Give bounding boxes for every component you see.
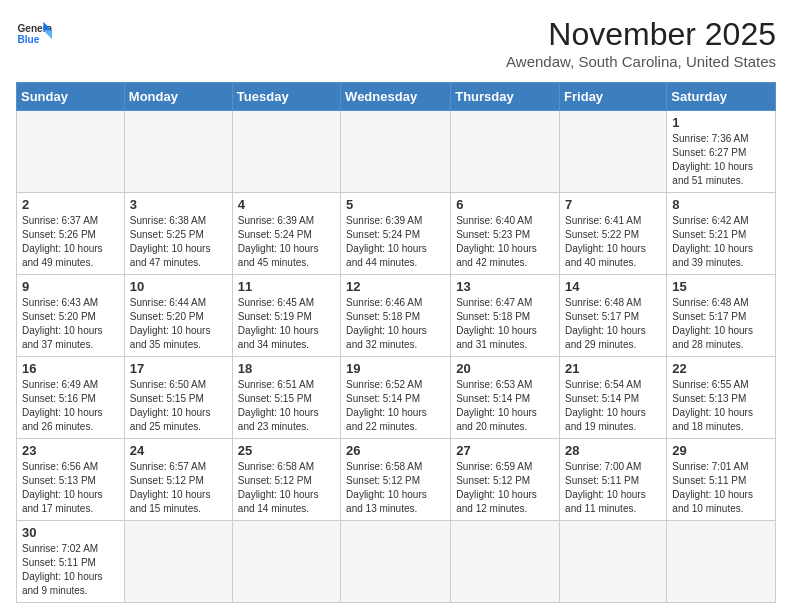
calendar-row-5: 30 Sunrise: 7:02 AMSunset: 5:11 PMDaylig… [17, 521, 776, 603]
day-info: Sunrise: 6:38 AMSunset: 5:25 PMDaylight:… [130, 214, 227, 270]
weekday-header-sunday: Sunday [17, 83, 125, 111]
day-info: Sunrise: 6:46 AMSunset: 5:18 PMDaylight:… [346, 296, 445, 352]
calendar-row-4: 23 Sunrise: 6:56 AMSunset: 5:13 PMDaylig… [17, 439, 776, 521]
calendar-cell: 21 Sunrise: 6:54 AMSunset: 5:14 PMDaylig… [560, 357, 667, 439]
day-info: Sunrise: 6:51 AMSunset: 5:15 PMDaylight:… [238, 378, 335, 434]
calendar-cell: 3 Sunrise: 6:38 AMSunset: 5:25 PMDayligh… [124, 193, 232, 275]
day-info: Sunrise: 6:50 AMSunset: 5:15 PMDaylight:… [130, 378, 227, 434]
day-number: 25 [238, 443, 335, 458]
day-number: 4 [238, 197, 335, 212]
page-header: General Blue November 2025 Awendaw, Sout… [16, 16, 776, 70]
calendar-cell: 4 Sunrise: 6:39 AMSunset: 5:24 PMDayligh… [232, 193, 340, 275]
calendar-cell [124, 521, 232, 603]
calendar-cell [17, 111, 125, 193]
day-number: 17 [130, 361, 227, 376]
calendar-cell: 1 Sunrise: 7:36 AMSunset: 6:27 PMDayligh… [667, 111, 776, 193]
calendar-cell: 22 Sunrise: 6:55 AMSunset: 5:13 PMDaylig… [667, 357, 776, 439]
day-number: 5 [346, 197, 445, 212]
calendar-cell: 18 Sunrise: 6:51 AMSunset: 5:15 PMDaylig… [232, 357, 340, 439]
calendar-cell [341, 521, 451, 603]
day-number: 3 [130, 197, 227, 212]
calendar-cell: 25 Sunrise: 6:58 AMSunset: 5:12 PMDaylig… [232, 439, 340, 521]
title-area: November 2025 Awendaw, South Carolina, U… [506, 16, 776, 70]
calendar-cell [451, 111, 560, 193]
day-number: 24 [130, 443, 227, 458]
day-number: 6 [456, 197, 554, 212]
day-info: Sunrise: 6:47 AMSunset: 5:18 PMDaylight:… [456, 296, 554, 352]
calendar-cell: 12 Sunrise: 6:46 AMSunset: 5:18 PMDaylig… [341, 275, 451, 357]
weekday-header-row: SundayMondayTuesdayWednesdayThursdayFrid… [17, 83, 776, 111]
calendar-cell: 26 Sunrise: 6:58 AMSunset: 5:12 PMDaylig… [341, 439, 451, 521]
day-number: 10 [130, 279, 227, 294]
calendar-cell: 17 Sunrise: 6:50 AMSunset: 5:15 PMDaylig… [124, 357, 232, 439]
day-number: 27 [456, 443, 554, 458]
calendar-cell: 29 Sunrise: 7:01 AMSunset: 5:11 PMDaylig… [667, 439, 776, 521]
day-info: Sunrise: 6:57 AMSunset: 5:12 PMDaylight:… [130, 460, 227, 516]
weekday-header-wednesday: Wednesday [341, 83, 451, 111]
day-info: Sunrise: 6:55 AMSunset: 5:13 PMDaylight:… [672, 378, 770, 434]
day-info: Sunrise: 7:02 AMSunset: 5:11 PMDaylight:… [22, 542, 119, 598]
calendar-cell: 5 Sunrise: 6:39 AMSunset: 5:24 PMDayligh… [341, 193, 451, 275]
day-info: Sunrise: 6:41 AMSunset: 5:22 PMDaylight:… [565, 214, 661, 270]
day-number: 11 [238, 279, 335, 294]
day-number: 8 [672, 197, 770, 212]
day-info: Sunrise: 6:37 AMSunset: 5:26 PMDaylight:… [22, 214, 119, 270]
calendar-cell [232, 521, 340, 603]
calendar-cell: 19 Sunrise: 6:52 AMSunset: 5:14 PMDaylig… [341, 357, 451, 439]
logo: General Blue [16, 16, 52, 52]
calendar-cell [560, 521, 667, 603]
calendar-row-2: 9 Sunrise: 6:43 AMSunset: 5:20 PMDayligh… [17, 275, 776, 357]
day-info: Sunrise: 6:48 AMSunset: 5:17 PMDaylight:… [565, 296, 661, 352]
day-number: 2 [22, 197, 119, 212]
day-number: 16 [22, 361, 119, 376]
calendar-cell: 14 Sunrise: 6:48 AMSunset: 5:17 PMDaylig… [560, 275, 667, 357]
day-number: 13 [456, 279, 554, 294]
day-info: Sunrise: 6:39 AMSunset: 5:24 PMDaylight:… [238, 214, 335, 270]
calendar-cell: 13 Sunrise: 6:47 AMSunset: 5:18 PMDaylig… [451, 275, 560, 357]
day-info: Sunrise: 6:45 AMSunset: 5:19 PMDaylight:… [238, 296, 335, 352]
day-number: 30 [22, 525, 119, 540]
calendar-cell [667, 521, 776, 603]
weekday-header-friday: Friday [560, 83, 667, 111]
calendar-cell [451, 521, 560, 603]
day-info: Sunrise: 6:42 AMSunset: 5:21 PMDaylight:… [672, 214, 770, 270]
calendar-cell: 2 Sunrise: 6:37 AMSunset: 5:26 PMDayligh… [17, 193, 125, 275]
day-info: Sunrise: 7:01 AMSunset: 5:11 PMDaylight:… [672, 460, 770, 516]
svg-text:Blue: Blue [17, 34, 39, 45]
day-info: Sunrise: 6:52 AMSunset: 5:14 PMDaylight:… [346, 378, 445, 434]
weekday-header-monday: Monday [124, 83, 232, 111]
day-number: 1 [672, 115, 770, 130]
calendar-row-3: 16 Sunrise: 6:49 AMSunset: 5:16 PMDaylig… [17, 357, 776, 439]
calendar-cell: 15 Sunrise: 6:48 AMSunset: 5:17 PMDaylig… [667, 275, 776, 357]
day-info: Sunrise: 6:58 AMSunset: 5:12 PMDaylight:… [346, 460, 445, 516]
calendar-cell: 28 Sunrise: 7:00 AMSunset: 5:11 PMDaylig… [560, 439, 667, 521]
day-info: Sunrise: 6:39 AMSunset: 5:24 PMDaylight:… [346, 214, 445, 270]
day-number: 20 [456, 361, 554, 376]
day-number: 28 [565, 443, 661, 458]
location-title: Awendaw, South Carolina, United States [506, 53, 776, 70]
svg-marker-3 [43, 30, 52, 39]
day-info: Sunrise: 6:58 AMSunset: 5:12 PMDaylight:… [238, 460, 335, 516]
calendar-cell: 27 Sunrise: 6:59 AMSunset: 5:12 PMDaylig… [451, 439, 560, 521]
day-info: Sunrise: 6:40 AMSunset: 5:23 PMDaylight:… [456, 214, 554, 270]
logo-icon: General Blue [16, 16, 52, 52]
calendar-cell: 10 Sunrise: 6:44 AMSunset: 5:20 PMDaylig… [124, 275, 232, 357]
day-number: 21 [565, 361, 661, 376]
day-info: Sunrise: 6:56 AMSunset: 5:13 PMDaylight:… [22, 460, 119, 516]
calendar-cell: 8 Sunrise: 6:42 AMSunset: 5:21 PMDayligh… [667, 193, 776, 275]
calendar-cell [341, 111, 451, 193]
month-title: November 2025 [506, 16, 776, 53]
calendar-cell: 16 Sunrise: 6:49 AMSunset: 5:16 PMDaylig… [17, 357, 125, 439]
day-number: 22 [672, 361, 770, 376]
calendar-cell: 9 Sunrise: 6:43 AMSunset: 5:20 PMDayligh… [17, 275, 125, 357]
calendar-cell: 6 Sunrise: 6:40 AMSunset: 5:23 PMDayligh… [451, 193, 560, 275]
day-info: Sunrise: 6:59 AMSunset: 5:12 PMDaylight:… [456, 460, 554, 516]
day-number: 9 [22, 279, 119, 294]
calendar-cell [124, 111, 232, 193]
day-number: 29 [672, 443, 770, 458]
calendar-cell: 30 Sunrise: 7:02 AMSunset: 5:11 PMDaylig… [17, 521, 125, 603]
day-number: 7 [565, 197, 661, 212]
day-number: 18 [238, 361, 335, 376]
day-info: Sunrise: 6:54 AMSunset: 5:14 PMDaylight:… [565, 378, 661, 434]
day-info: Sunrise: 6:44 AMSunset: 5:20 PMDaylight:… [130, 296, 227, 352]
